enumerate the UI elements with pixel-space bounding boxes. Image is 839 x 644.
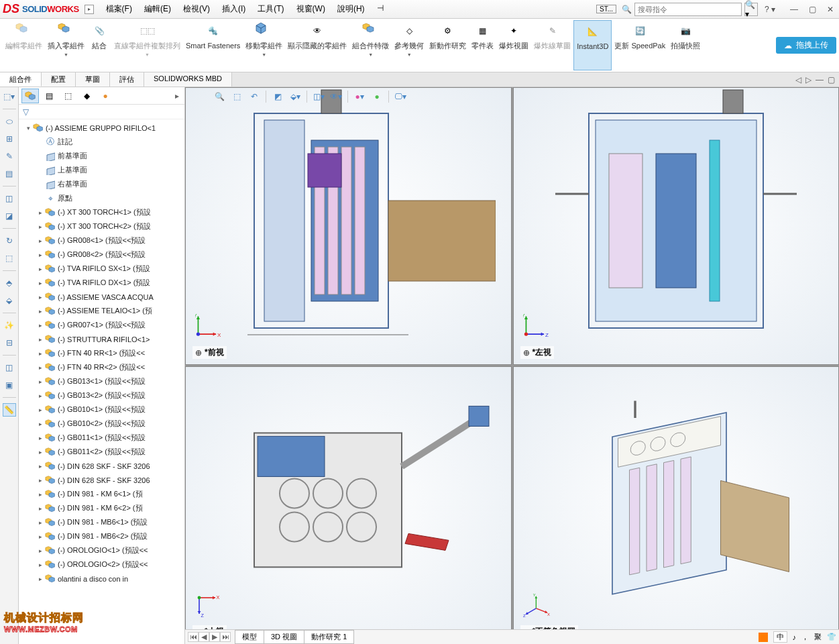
show-hidden-button[interactable]: 👁顯示隱藏的零組件 bbox=[285, 20, 349, 70]
ime-lang[interactable]: 中 bbox=[773, 631, 787, 643]
edit-component-button[interactable]: 編輯零組件 bbox=[3, 20, 45, 70]
tree-component[interactable]: ▸(-) DIN 981 - KM 6<2> (預 bbox=[19, 501, 184, 515]
tree-component[interactable]: ▸(-) DIN 628 SKF - SKF 3206 bbox=[19, 473, 184, 487]
display-style[interactable]: ◫▾ bbox=[311, 89, 326, 104]
maximize-button[interactable]: ▢ bbox=[806, 5, 819, 14]
tree-component[interactable]: ▸(-) GB010<1> (預設<<預設 bbox=[19, 402, 184, 417]
tree-tab-appearance[interactable]: ● bbox=[97, 89, 114, 103]
tree-component[interactable]: ▸(-) XT 300 TORCH<1> (預設 bbox=[19, 205, 184, 219]
tree-tab-feature[interactable] bbox=[21, 89, 39, 103]
tree-component[interactable]: ▸(-) ASSIEME VASCA ACQUA bbox=[19, 290, 184, 304]
tool-filter[interactable]: ⬚ bbox=[3, 252, 16, 265]
ime-mode2[interactable]: ， bbox=[801, 632, 809, 642]
tree-front-plane[interactable]: 前基準面 bbox=[19, 149, 184, 163]
tree-component[interactable]: ▸(-) OROLOGIO<2> (預設<< bbox=[19, 557, 184, 572]
appearance[interactable]: ●▾ bbox=[352, 89, 367, 104]
instant3d-button[interactable]: 📐Instant3D bbox=[573, 20, 612, 70]
tab-assembly[interactable]: 組合件 bbox=[0, 72, 42, 87]
tool-layer[interactable]: ▤ bbox=[3, 167, 16, 180]
close-button[interactable]: ✕ bbox=[824, 5, 836, 14]
menu-window[interactable]: 視窗(W) bbox=[291, 2, 331, 16]
viewport-next[interactable]: ▷ bbox=[805, 75, 812, 85]
ime-mode1[interactable]: ♪ bbox=[793, 633, 797, 641]
tree-component[interactable]: ▸(-) XT 300 TORCH<2> (預設 bbox=[19, 219, 184, 233]
mate-button[interactable]: 📎結合 bbox=[87, 20, 111, 70]
exploded-view-button[interactable]: ✦爆炸視圖 bbox=[496, 20, 531, 70]
tab-mbd[interactable]: SOLIDWORKS MBD bbox=[144, 72, 232, 87]
tree-component[interactable]: ▸(-) ASSIEME TELAIO<1> (預 bbox=[19, 304, 184, 318]
ime-status[interactable]: 聚 bbox=[814, 632, 822, 642]
viewport-iso[interactable]: XYZ ⊕*不等角視圖 bbox=[513, 366, 840, 644]
view-orient[interactable]: ⬙▾ bbox=[288, 89, 302, 104]
tab-configurations[interactable]: 配置 bbox=[42, 72, 76, 87]
menu-file[interactable]: 檔案(F) bbox=[101, 2, 137, 16]
tab-evaluate[interactable]: 評估 bbox=[110, 72, 144, 87]
tool-asm1[interactable]: ⬘ bbox=[3, 276, 16, 290]
tree-tab-display[interactable]: ◆ bbox=[78, 89, 95, 103]
tree-component[interactable]: ▸(-) DIN 628 SKF - SKF 3206 bbox=[19, 459, 184, 473]
tool-cube1[interactable]: ◫ bbox=[3, 192, 16, 205]
tree-component[interactable]: ▸(-) GR007<1> (預設<<預設 bbox=[19, 318, 184, 332]
tree-root[interactable]: ▾(-) ASSIEME GRUPPO RIFILO<1 bbox=[19, 121, 184, 135]
tree-component[interactable]: ▸(-) FTN 40 RR<2> (預設<< bbox=[19, 360, 184, 374]
speedpak-button[interactable]: 🔄更新 SpeedPak bbox=[612, 20, 668, 70]
tool-box[interactable]: ◫ bbox=[3, 361, 16, 374]
menu-pin[interactable]: ⊣ bbox=[372, 2, 389, 16]
tree-component[interactable]: ▸(-) GB013<1> (預設<<預設 bbox=[19, 374, 184, 388]
tree-component[interactable]: ▸(-) DIN 981 - MB6<1> (預設 bbox=[19, 515, 184, 529]
tree-component[interactable]: ▸(-) GR008<1> (預設<<預設 bbox=[19, 233, 184, 248]
tool-asm2[interactable]: ⬙ bbox=[3, 294, 16, 307]
assembly-features-button[interactable]: 組合件特徵▼ bbox=[349, 20, 392, 70]
tree-collapse[interactable]: ▸ bbox=[172, 91, 182, 101]
snapshot-button[interactable]: 📷拍攝快照 bbox=[668, 20, 703, 70]
tool-box2[interactable]: ▣ bbox=[3, 378, 16, 392]
status-indicator[interactable] bbox=[759, 633, 768, 642]
menu-insert[interactable]: 插入(I) bbox=[217, 2, 251, 16]
viewport-left[interactable]: ZY ⊕*左視 bbox=[513, 87, 840, 365]
motion-study-button[interactable]: ⚙新動作研究 bbox=[427, 20, 469, 70]
tree-component[interactable]: ▸(-) OROLOGIO<1> (預設<< bbox=[19, 543, 184, 557]
menu-view[interactable]: 檢視(V) bbox=[178, 2, 215, 16]
viewport-minimize[interactable]: — bbox=[816, 75, 824, 85]
recent-dropdown[interactable]: ▸ bbox=[85, 5, 94, 14]
tree-component[interactable]: ▸(-) STRUTTURA RIFILO<1> bbox=[19, 332, 184, 346]
hide-show[interactable]: 👁▾ bbox=[329, 89, 343, 104]
view-settings[interactable]: 🖵▾ bbox=[393, 89, 408, 104]
tree-tab-property[interactable]: ▤ bbox=[40, 89, 58, 103]
tree-component[interactable]: ▸(-) GB010<2> (預設<<預設 bbox=[19, 417, 184, 431]
st-indicator[interactable]: ST... bbox=[596, 5, 616, 13]
tree-origin[interactable]: ⌖原點 bbox=[19, 191, 184, 205]
tree-component[interactable]: ▸(-) GB011<1> (預設<<預設 bbox=[19, 431, 184, 445]
tool-sketch[interactable]: ✎ bbox=[3, 150, 16, 163]
section-view[interactable]: ◩ bbox=[270, 89, 285, 104]
viewport-maximize[interactable]: ▢ bbox=[828, 75, 835, 85]
tree-component[interactable]: ▸(-) GB011<2> (預設<<預設 bbox=[19, 445, 184, 459]
tree-tab-config[interactable]: ⬚ bbox=[59, 89, 76, 103]
prev-view[interactable]: ↶ bbox=[247, 89, 262, 104]
tree-annotations[interactable]: Ⓐ註記 bbox=[19, 135, 184, 149]
menu-edit[interactable]: 編輯(E) bbox=[139, 2, 176, 16]
btab-model[interactable]: 模型 bbox=[235, 630, 264, 644]
linear-pattern-button[interactable]: ⬚⬚直線零組件複製排列▼ bbox=[111, 20, 183, 70]
tool-measure[interactable]: 📏 bbox=[3, 403, 16, 417]
tree-component[interactable]: ▸(-) TVA RIFILO SX<1> (預設 bbox=[19, 262, 184, 276]
tab-next[interactable]: ▶ bbox=[209, 632, 220, 642]
ime-icon[interactable]: 👕 bbox=[827, 633, 836, 641]
btab-3dview[interactable]: 3D 視圖 bbox=[264, 630, 304, 644]
upload-button[interactable]: ☁拖拽上传 bbox=[776, 37, 836, 54]
viewport-prev[interactable]: ◁ bbox=[795, 75, 801, 85]
viewport-top[interactable]: XZ ⊕*上視 bbox=[185, 366, 512, 644]
scene[interactable]: ● bbox=[370, 89, 384, 104]
btab-motion[interactable]: 動作研究 1 bbox=[304, 630, 354, 644]
tab-sketch[interactable]: 草圖 bbox=[76, 72, 110, 87]
tree-component[interactable]: ▸(-) GB013<2> (預設<<預設 bbox=[19, 388, 184, 402]
tree-component[interactable]: ▸(-) DIN 981 - MB6<2> (預設 bbox=[19, 529, 184, 543]
explode-sketch-button[interactable]: ✎爆炸線草圖 bbox=[531, 20, 573, 70]
feature-tree[interactable]: ▾(-) ASSIEME GRUPPO RIFILO<1 Ⓐ註記 前基準面 上基… bbox=[19, 119, 184, 644]
tool-star[interactable]: ✨ bbox=[3, 319, 16, 332]
zoom-area[interactable]: ⬚ bbox=[229, 89, 244, 104]
minimize-button[interactable]: — bbox=[787, 5, 801, 14]
tree-right-plane[interactable]: 右基準面 bbox=[19, 177, 184, 191]
reference-geometry-button[interactable]: ◇參考幾何▼ bbox=[392, 20, 427, 70]
tree-component[interactable]: ▸(-) DIN 981 - KM 6<1> (預 bbox=[19, 487, 184, 501]
